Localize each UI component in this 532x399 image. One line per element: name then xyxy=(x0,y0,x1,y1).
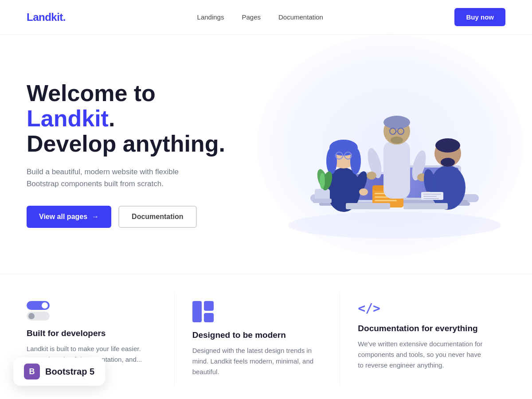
code-icon: </> xyxy=(358,301,488,316)
arrow-icon: → xyxy=(92,213,99,221)
layout-icon xyxy=(192,301,214,322)
svg-point-36 xyxy=(367,172,376,180)
nav-links: Landings Pages Documentation xyxy=(197,13,323,21)
toggle-off-icon xyxy=(27,312,50,321)
bootstrap-icon: B xyxy=(24,364,40,379)
svg-rect-53 xyxy=(346,203,390,209)
illustration-wrapper xyxy=(257,66,505,243)
bootstrap-badge: B Bootstrap 5 xyxy=(13,357,105,386)
svg-point-29 xyxy=(383,116,410,129)
hero-left: Welcome to Landkit. Develop anything. Bu… xyxy=(27,81,248,228)
svg-point-19 xyxy=(350,148,361,174)
hero-title-line2: Develop anything. xyxy=(27,131,225,156)
svg-point-41 xyxy=(441,158,455,167)
nav-logo[interactable]: Landkit. xyxy=(27,11,66,23)
layout-block-1 xyxy=(192,301,202,322)
svg-rect-14 xyxy=(375,200,397,201)
nav-link-pages[interactable]: Pages xyxy=(242,13,261,21)
view-all-pages-button[interactable]: View all pages → xyxy=(27,206,111,228)
feature-desc-documentation: We've written extensive documentation fo… xyxy=(358,339,488,371)
svg-point-18 xyxy=(326,148,337,174)
svg-point-25 xyxy=(359,188,368,196)
documentation-button[interactable]: Documentation xyxy=(118,206,196,228)
svg-rect-45 xyxy=(313,199,332,203)
svg-rect-52 xyxy=(423,198,439,199)
svg-rect-54 xyxy=(403,203,448,209)
feature-title-documentation: Documentation for everything xyxy=(358,324,488,333)
layout-block-3 xyxy=(204,313,214,323)
navbar: Landkit. Landings Pages Documentation Bu… xyxy=(0,0,532,35)
svg-rect-50 xyxy=(423,194,441,195)
buy-now-button[interactable]: Buy now xyxy=(454,8,505,26)
hero-title-accent: Landkit xyxy=(27,106,109,131)
hero-right xyxy=(248,61,505,247)
feature-desc-modern: Designed with the latest design trends i… xyxy=(192,345,322,377)
feature-icon-modern xyxy=(192,301,322,322)
svg-point-40 xyxy=(435,138,460,153)
bootstrap-label: Bootstrap 5 xyxy=(45,367,94,377)
hero-title-suffix: . xyxy=(109,106,115,131)
feature-title-modern: Designed to be modern xyxy=(192,330,322,340)
hero-title-prefix: Welcome to xyxy=(27,80,156,106)
view-all-pages-label: View all pages xyxy=(39,213,87,221)
svg-point-33 xyxy=(391,137,403,144)
hero-subtitle: Build a beautiful, modern website with f… xyxy=(27,166,213,190)
hero-section: Welcome to Landkit. Develop anything. Bu… xyxy=(0,35,532,274)
feature-icon-developers xyxy=(27,301,156,321)
feature-title-developers: Built for developers xyxy=(27,329,156,338)
nav-link-landings[interactable]: Landings xyxy=(197,13,224,21)
bootstrap-icon-letter: B xyxy=(29,367,35,376)
feature-icon-documentation: </> xyxy=(358,301,488,316)
hero-illustration xyxy=(257,66,505,243)
svg-rect-51 xyxy=(423,196,437,197)
layout-block-2 xyxy=(204,301,214,311)
toggle-on-icon xyxy=(27,301,50,310)
hero-buttons: View all pages → Documentation xyxy=(27,206,248,228)
feature-item-modern: Designed to be modern Designed with the … xyxy=(192,292,340,386)
svg-point-0 xyxy=(288,212,501,239)
svg-point-48 xyxy=(320,173,325,189)
nav-link-documentation[interactable]: Documentation xyxy=(278,13,323,21)
toggle-icon xyxy=(27,301,50,321)
hero-title: Welcome to Landkit. Develop anything. xyxy=(27,81,248,157)
svg-rect-27 xyxy=(383,141,410,199)
feature-item-documentation: </> Documentation for everything We've w… xyxy=(358,292,505,386)
